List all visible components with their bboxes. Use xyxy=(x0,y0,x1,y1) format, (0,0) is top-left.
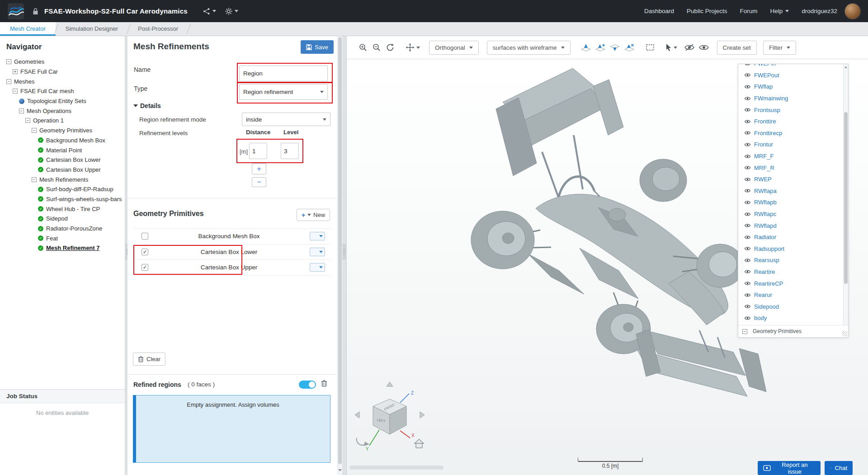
level-input[interactable] xyxy=(281,143,299,159)
eye-icon[interactable] xyxy=(745,235,750,240)
refinement-mode-select[interactable]: inside xyxy=(242,113,330,126)
tree-item-sidepod[interactable]: ✓Sidepod xyxy=(4,214,125,224)
form-panel-scrollbar[interactable] xyxy=(337,36,342,475)
eye-icon[interactable] xyxy=(745,188,750,193)
eye-icon[interactable] xyxy=(745,119,750,124)
tree-item-mesh-operations[interactable]: −Mesh Operations xyxy=(4,106,125,116)
parts-panel-footer[interactable]: − Geometry Primitives xyxy=(738,325,848,337)
add-level-button[interactable]: + xyxy=(252,163,266,174)
details-section-toggle[interactable]: Details xyxy=(133,102,161,109)
eye-icon[interactable] xyxy=(745,269,750,274)
zoom-out-button[interactable] xyxy=(372,43,381,52)
type-select[interactable]: Region refinement xyxy=(239,84,328,100)
reset-view-button[interactable] xyxy=(386,43,395,52)
eye-icon[interactable] xyxy=(745,212,750,216)
eye-icon[interactable] xyxy=(745,131,750,135)
tree-item-wheel-hub-tire-cp[interactable]: ✓Wheel Hub - Tire CP xyxy=(4,204,125,214)
eye-icon[interactable] xyxy=(745,154,750,159)
tree-item-mesh-refinements[interactable]: −Mesh Refinements xyxy=(4,174,125,184)
collapse-icon[interactable]: − xyxy=(32,128,37,133)
box-select-button[interactable] xyxy=(646,43,655,52)
tree-item-operation-1[interactable]: −Operation 1 xyxy=(4,116,125,126)
tree-item-surf-wings-wheels-susp-bars[interactable]: ✓Surf-wings-wheels-susp-bars xyxy=(4,194,125,204)
remove-level-button[interactable]: − xyxy=(252,177,266,187)
form-panel-resize-handle[interactable] xyxy=(342,244,346,259)
row-visibility-select[interactable] xyxy=(310,263,325,272)
scrollbar-thumb[interactable] xyxy=(338,37,342,464)
viewport-horizontal-scrollbar[interactable] xyxy=(349,466,443,470)
distance-input[interactable] xyxy=(249,143,267,159)
top-nav-public-projects[interactable]: Public Projects xyxy=(687,8,727,14)
hide-selection-button[interactable] xyxy=(684,44,694,51)
part-item-frontsusp[interactable]: Frontsusp xyxy=(738,104,843,116)
part-item-rwflapd[interactable]: RWflapd xyxy=(738,220,843,231)
project-settings-button[interactable] xyxy=(225,8,238,15)
part-item-rwflapb[interactable]: RWflapb xyxy=(738,197,843,208)
part-item-fwepin[interactable]: FWEPin xyxy=(738,64,843,70)
eye-icon[interactable] xyxy=(745,246,750,251)
share-menu-button[interactable] xyxy=(203,8,216,15)
eye-icon[interactable] xyxy=(745,200,750,205)
part-item-fwflap[interactable]: FWflap xyxy=(738,81,843,93)
part-item-fwmainwing[interactable]: FWmainwing xyxy=(738,93,843,104)
tree-item-fsae-full-car[interactable]: +FSAE Full Car xyxy=(4,67,125,77)
zoom-in-button[interactable] xyxy=(359,43,368,52)
checkbox-checked[interactable]: ✓ xyxy=(142,249,148,255)
part-item-rearur[interactable]: Rearur xyxy=(738,289,843,301)
empty-assignment-infobox[interactable]: Empty assignment. Assign volumes xyxy=(133,395,330,463)
collapse-icon[interactable]: − xyxy=(32,177,37,182)
filter-select[interactable]: Filter xyxy=(763,41,796,55)
part-item-fronttire[interactable]: Fronttire xyxy=(738,116,843,127)
eye-icon[interactable] xyxy=(745,108,750,112)
part-item-rearsusp[interactable]: Rearsusp xyxy=(738,254,843,266)
user-avatar[interactable] xyxy=(844,3,861,19)
part-item-rwep[interactable]: RWEP xyxy=(738,174,843,185)
scrollbar-thumb[interactable] xyxy=(844,112,848,284)
tab-mesh-creator[interactable]: Mesh Creator xyxy=(0,22,56,36)
row-visibility-select[interactable] xyxy=(310,232,325,240)
tree-item-topological-entity-sets[interactable]: Topological Entity Sets xyxy=(4,96,125,106)
top-nav-help[interactable]: Help xyxy=(770,8,789,14)
part-item-reartirecp[interactable]: ReartireCP xyxy=(738,277,843,289)
select-tool-button[interactable] xyxy=(665,43,677,52)
name-input[interactable] xyxy=(239,66,328,81)
checkbox-checked[interactable]: ✓ xyxy=(142,264,148,271)
tree-item-background-mesh-box[interactable]: ✓Background Mesh Box xyxy=(4,136,125,146)
tree-item-meshes[interactable]: −Meshes xyxy=(4,76,125,86)
panel-resize-corner[interactable] xyxy=(842,331,847,336)
tree-item-geometry-primitives[interactable]: −Geometry Primitives xyxy=(4,126,125,136)
clip-plane-remove-button[interactable] xyxy=(624,43,635,52)
navigation-cube[interactable]: Z Y X FRONT LEFT xyxy=(351,371,433,457)
tree-item-geometries[interactable]: −Geometries xyxy=(4,57,125,67)
tree-item-feat[interactable]: ✓Feat xyxy=(4,233,125,243)
part-item-fronttirecp[interactable]: Fronttirecp xyxy=(738,127,843,139)
collapse-icon[interactable]: − xyxy=(6,59,11,64)
expand-icon[interactable]: + xyxy=(13,69,18,74)
collapse-icon[interactable]: − xyxy=(742,329,747,334)
eye-icon[interactable] xyxy=(745,304,750,309)
eye-icon[interactable] xyxy=(745,293,750,297)
collapse-icon[interactable]: − xyxy=(25,118,30,123)
clip-plane-flip-button[interactable] xyxy=(609,43,620,52)
tree-item-cartesian-box-lower[interactable]: ✓Cartesian Box Lower xyxy=(4,155,125,165)
projection-select[interactable]: Orthogonal xyxy=(429,41,479,55)
part-item-body[interactable]: body xyxy=(738,312,843,324)
new-primitive-button[interactable]: + New xyxy=(297,209,330,221)
tree-item-fsae-full-car-mesh[interactable]: −FSAE Full Car mesh xyxy=(4,86,125,96)
clear-button[interactable]: Clear xyxy=(133,353,165,366)
collapse-icon[interactable]: − xyxy=(19,108,24,113)
viewport-canvas[interactable]: Z Y X FRONT LEFT 0.5 [m] xyxy=(347,59,868,475)
top-nav-forum[interactable]: Forum xyxy=(740,8,757,14)
tree-item-material-point[interactable]: ✓Material Point xyxy=(4,145,125,155)
tree-item-cartesian-box-upper[interactable]: ✓Cartesian Box Upper xyxy=(4,165,125,175)
eye-icon[interactable] xyxy=(745,142,750,147)
tab-simulation-designer[interactable]: Simulation Designer xyxy=(56,22,128,36)
render-mode-select[interactable]: surfaces with wireframe xyxy=(487,41,571,55)
part-item-fwepout[interactable]: FWEPout xyxy=(738,70,843,81)
collapse-icon[interactable]: − xyxy=(13,89,18,94)
part-item-sidepood[interactable]: Sidepood xyxy=(738,301,843,312)
row-visibility-select[interactable] xyxy=(310,248,325,256)
part-item-frontur[interactable]: Frontur xyxy=(738,139,843,150)
job-status-header[interactable]: Job Status xyxy=(0,390,125,403)
part-item-rwflapa[interactable]: RWflapa xyxy=(738,185,843,197)
